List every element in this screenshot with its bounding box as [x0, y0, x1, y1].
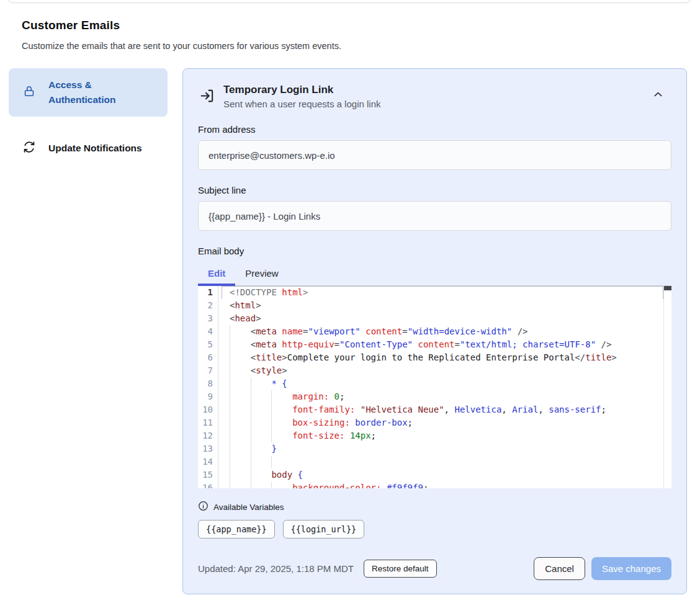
code-line-content: background-color: #f9f9f9; [218, 481, 663, 488]
restore-default-button[interactable]: Restore default [364, 560, 437, 578]
sidebar-item-label: Access & Authentication [48, 78, 141, 107]
code-line-content: <!DOCTYPE html> [218, 286, 663, 299]
code-line-content: body { [218, 468, 663, 481]
settings-sidebar: Access & Authentication Update Notificat… [9, 68, 168, 165]
line-number: 14 [198, 455, 218, 468]
subject-line-label: Subject line [198, 185, 671, 195]
code-line[interactable]: 8 * { [198, 377, 671, 390]
available-variables-label: Available Variables [213, 503, 284, 512]
code-line[interactable]: 14 [198, 455, 671, 468]
info-icon [198, 501, 209, 514]
line-number: 12 [198, 429, 218, 442]
variable-chip[interactable]: {{login_url}} [283, 520, 365, 539]
editor-scrollbar[interactable] [663, 286, 671, 488]
line-number: 9 [198, 390, 218, 403]
code-line[interactable]: 12 font-size: 14px; [198, 429, 671, 442]
cancel-button[interactable]: Cancel [534, 557, 585, 580]
previous-section-card [6, 0, 693, 3]
line-number: 10 [198, 403, 218, 416]
card-subtitle: Sent when a user requests a login link [223, 99, 653, 109]
code-line-content: <meta name="viewport" content="width=dev… [218, 325, 663, 338]
tab-edit[interactable]: Edit [198, 262, 235, 285]
available-variables-header: Available Variables [198, 501, 671, 514]
card-footer: Updated: Apr 29, 2025, 1:18 PM MDT Resto… [198, 557, 671, 580]
save-changes-button[interactable]: Save changes [591, 557, 671, 580]
page: Customer Emails Customize the emails tha… [0, 0, 700, 608]
variable-chips: {{app_name}}{{login_url}} [198, 520, 671, 539]
code-line[interactable]: 4 <meta name="viewport" content="width=d… [198, 325, 671, 338]
editor-scrollbar-thumb[interactable] [664, 286, 671, 290]
code-line-content [218, 455, 663, 468]
code-line[interactable]: 5 <meta http-equiv="Content-Type" conten… [198, 338, 671, 351]
code-editor[interactable]: 1<!DOCTYPE html>2<html>3<head>4 <meta na… [198, 286, 671, 488]
from-address-value: enterprise@customers.wp-e.io [209, 150, 335, 161]
code-line-content: font-size: 14px; [218, 429, 663, 442]
sidebar-item-label: Update Notifications [48, 141, 142, 156]
code-line-content: <meta http-equiv="Content-Type" content=… [218, 338, 663, 351]
login-icon [199, 88, 215, 106]
line-number: 8 [198, 377, 218, 390]
line-number: 7 [198, 364, 218, 377]
line-number: 5 [198, 338, 218, 351]
collapse-button[interactable] [653, 90, 663, 99]
from-address-label: From address [198, 124, 671, 135]
line-number: 4 [198, 325, 218, 338]
code-line-content: <title>Complete your login to the Replic… [218, 351, 663, 364]
line-number: 3 [198, 312, 218, 325]
code-line-content: <head> [218, 312, 663, 325]
code-line[interactable]: 7 <style> [198, 364, 671, 377]
sidebar-item-access-authentication[interactable]: Access & Authentication [9, 68, 168, 117]
line-number: 6 [198, 351, 218, 364]
code-line-content: } [218, 442, 663, 455]
lock-icon [22, 84, 36, 101]
code-line[interactable]: 13 } [198, 442, 671, 455]
code-line[interactable]: 10 font-family: "Helvetica Neue", Helvet… [198, 403, 671, 416]
code-line[interactable]: 15 body { [198, 468, 671, 481]
email-settings-card: Temporary Login Link Sent when a user re… [182, 68, 687, 594]
code-line[interactable]: 16 background-color: #f9f9f9; [198, 481, 671, 488]
chevron-up-icon [653, 90, 663, 99]
code-line[interactable]: 11 box-sizing: border-box; [198, 416, 671, 429]
code-line-content: <html> [218, 299, 663, 312]
editor-tabbar: Edit Preview [198, 262, 671, 286]
page-subtitle: Customize the emails that are sent to yo… [22, 41, 341, 51]
from-address-input[interactable]: enterprise@customers.wp-e.io [198, 140, 671, 170]
sidebar-item-update-notifications[interactable]: Update Notifications [9, 132, 168, 165]
code-line[interactable]: 1<!DOCTYPE html> [198, 286, 671, 299]
line-number: 13 [198, 442, 218, 455]
email-body-label: Email body [198, 246, 671, 256]
subject-line-input[interactable]: {{app_name}} - Login Links [198, 201, 671, 231]
tab-preview[interactable]: Preview [235, 262, 288, 285]
code-line[interactable]: 2<html> [198, 299, 671, 312]
card-header-text: Temporary Login Link Sent when a user re… [223, 84, 653, 109]
updated-timestamp: Updated: Apr 29, 2025, 1:18 PM MDT [198, 563, 354, 574]
code-editor-lines: 1<!DOCTYPE html>2<html>3<head>4 <meta na… [198, 286, 671, 488]
code-line-content: box-sizing: border-box; [218, 416, 663, 429]
card-header: Temporary Login Link Sent when a user re… [198, 84, 671, 109]
code-line[interactable]: 9 margin: 0; [198, 390, 671, 403]
line-number: 15 [198, 468, 218, 481]
line-number: 2 [198, 299, 218, 312]
subject-line-value: {{app_name}} - Login Links [209, 211, 320, 221]
code-line[interactable]: 6 <title>Complete your login to the Repl… [198, 351, 671, 364]
code-line-content: * { [218, 377, 663, 390]
code-line-content: <style> [218, 364, 663, 377]
line-number: 11 [198, 416, 218, 429]
page-title: Customer Emails [22, 19, 120, 32]
refresh-icon [22, 140, 36, 156]
line-number: 1 [198, 286, 218, 299]
variable-chip[interactable]: {{app_name}} [198, 520, 275, 539]
card-title: Temporary Login Link [223, 84, 653, 96]
code-line-content: margin: 0; [218, 390, 663, 403]
line-number: 16 [198, 481, 218, 488]
code-line[interactable]: 3<head> [198, 312, 671, 325]
code-line-content: font-family: "Helvetica Neue", Helvetica… [218, 403, 663, 416]
